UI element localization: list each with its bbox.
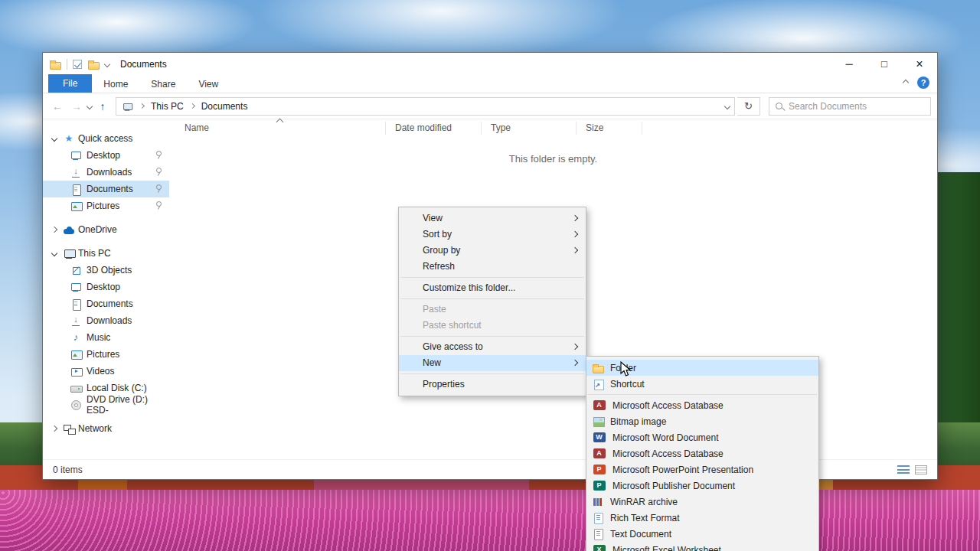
tab-view[interactable]: View [187, 76, 230, 93]
history-chevron-icon[interactable] [87, 103, 93, 109]
sidebar-item-documents-pc[interactable]: Documents [43, 295, 169, 312]
sidebar-item-dvd-drive-d[interactable]: DVD Drive (D:) ESD- [43, 396, 169, 413]
submenu-chevron-icon [572, 344, 578, 350]
sidebar-item-downloads-pc[interactable]: ↓ Downloads [43, 312, 169, 329]
new-submenu-item-powerpoint-presentation[interactable]: Microsoft PowerPoint Presentation [586, 461, 818, 478]
breadcrumb-documents[interactable]: Documents [201, 101, 248, 112]
navigation-pane: ★ Quick access Desktop ↓ Downloads Docum… [43, 119, 169, 459]
search-input[interactable] [789, 101, 926, 112]
ribbon-right-controls: ? [903, 77, 929, 93]
sidebar-section-onedrive[interactable]: OneDrive [43, 221, 169, 238]
minimize-button[interactable]: ─ [831, 53, 867, 75]
forward-icon[interactable]: → [68, 100, 85, 112]
search-icon [774, 101, 785, 112]
expander-icon[interactable] [51, 425, 57, 432]
sidebar-item-label: Local Disk (C:) [87, 383, 147, 393]
new-submenu-item-bitmap-image[interactable]: Bitmap image [586, 413, 818, 429]
sidebar-item-3d-objects[interactable]: 3D Objects [43, 262, 169, 279]
desktop-icon [70, 149, 82, 161]
sidebar-item-pictures-qa[interactable]: Pictures [43, 197, 169, 214]
sidebar-item-pictures-pc[interactable]: Pictures [43, 346, 169, 363]
folder-icon [592, 362, 604, 374]
properties-toolbar-icon[interactable] [73, 60, 82, 69]
sidebar-item-documents-qa[interactable]: Documents [43, 181, 169, 197]
menu-item-label: Microsoft Word Document [612, 432, 719, 443]
new-submenu: Folder Shortcut Microsoft Access Databas… [586, 356, 819, 551]
thumbnails-view-icon[interactable] [915, 465, 927, 474]
documents-icon [70, 298, 82, 310]
address-bar[interactable]: This PC Documents [116, 97, 735, 116]
excel-icon [593, 545, 606, 551]
item-count: 0 items [53, 465, 83, 475]
menu-item-label: Microsoft PowerPoint Presentation [612, 465, 753, 475]
documents-icon [70, 183, 82, 195]
new-submenu-item-excel-worksheet[interactable]: Microsoft Excel Worksheet [586, 542, 818, 551]
expander-icon[interactable] [51, 250, 57, 256]
expander-icon[interactable] [51, 135, 57, 142]
context-menu-item-give-access-to[interactable]: Give access to [399, 339, 586, 355]
menu-item-label: View [423, 213, 443, 223]
menu-separator [400, 277, 584, 278]
sidebar-item-desktop-qa[interactable]: Desktop [43, 147, 169, 164]
expander-icon[interactable] [51, 227, 57, 233]
context-menu-item-sort-by[interactable]: Sort by [399, 227, 586, 243]
sidebar-item-desktop-pc[interactable]: Desktop [43, 279, 169, 295]
context-menu-item-refresh[interactable]: Refresh [399, 259, 586, 275]
sidebar-item-videos[interactable]: Videos [43, 363, 169, 380]
new-submenu-item-access-database-1[interactable]: Microsoft Access Database [586, 397, 818, 413]
details-view-icon[interactable] [897, 465, 910, 474]
column-header-date-modified[interactable]: Date modified [386, 122, 482, 135]
ribbon-tabs: File Home Share View ? [43, 75, 937, 93]
sidebar-section-label: Quick access [78, 133, 132, 144]
column-header-type[interactable]: Type [482, 122, 577, 135]
customize-toolbar-chevron-icon[interactable] [104, 60, 110, 67]
new-submenu-item-publisher-document[interactable]: Microsoft Publisher Document [586, 478, 818, 494]
tab-share[interactable]: Share [139, 76, 187, 93]
collapse-ribbon-icon[interactable] [903, 80, 909, 86]
menu-item-label: Rich Text Format [610, 513, 679, 523]
address-dropdown-icon[interactable] [724, 103, 730, 109]
column-header-size[interactable]: Size [577, 122, 642, 135]
sidebar-section-quick-access[interactable]: ★ Quick access [43, 130, 169, 147]
tab-home[interactable]: Home [92, 76, 139, 93]
menu-item-label: Give access to [423, 341, 483, 352]
quick-access-toolbar [49, 58, 109, 70]
menu-item-label: Sort by [423, 229, 452, 240]
tab-file[interactable]: File [48, 74, 92, 93]
sidebar-item-downloads-qa[interactable]: ↓ Downloads [43, 164, 169, 181]
new-submenu-item-winrar-archive[interactable]: WinRAR archive [586, 494, 818, 510]
new-submenu-item-folder[interactable]: Folder [586, 360, 818, 376]
refresh-button[interactable]: ↻ [737, 97, 760, 116]
new-submenu-item-rich-text-format[interactable]: Rich Text Format [586, 510, 818, 526]
explorer-app-icon [49, 58, 61, 70]
sidebar-section-network[interactable]: Network [43, 420, 169, 437]
context-menu-item-view[interactable]: View [399, 210, 586, 227]
context-menu-item-properties[interactable]: Properties [399, 377, 586, 393]
menu-item-label: Bitmap image [610, 416, 666, 427]
up-icon[interactable]: ↑ [94, 100, 111, 112]
context-menu-item-new[interactable]: New [399, 355, 586, 371]
close-button[interactable]: × [902, 53, 937, 75]
new-submenu-item-word-document[interactable]: Microsoft Word Document [586, 429, 818, 445]
pin-icon [155, 184, 162, 194]
sidebar-item-label: Downloads [87, 167, 132, 178]
context-menu-item-group-by[interactable]: Group by [399, 243, 586, 259]
new-submenu-item-access-database-2[interactable]: Microsoft Access Database [586, 445, 818, 461]
new-folder-toolbar-icon[interactable] [87, 58, 100, 70]
context-menu: View Sort by Group by Refresh Customize … [398, 207, 586, 396]
new-submenu-item-text-document[interactable]: Text Document [586, 526, 818, 542]
help-icon[interactable]: ? [917, 77, 929, 89]
maximize-button[interactable]: □ [867, 53, 902, 75]
sidebar-section-this-pc[interactable]: This PC [43, 245, 169, 262]
new-submenu-item-shortcut[interactable]: Shortcut [586, 376, 818, 392]
network-icon [63, 422, 75, 435]
submenu-chevron-icon [572, 215, 578, 221]
back-icon[interactable]: ← [49, 100, 66, 112]
context-menu-item-customize[interactable]: Customize this folder... [399, 280, 586, 296]
context-menu-item-paste: Paste [399, 302, 586, 318]
menu-item-label: Microsoft Publisher Document [612, 481, 735, 491]
breadcrumb-this-pc[interactable]: This PC [151, 101, 184, 112]
this-pc-icon [63, 247, 75, 259]
sidebar-item-music[interactable]: ♪ Music [43, 329, 169, 346]
sidebar-item-label: Desktop [87, 282, 120, 292]
